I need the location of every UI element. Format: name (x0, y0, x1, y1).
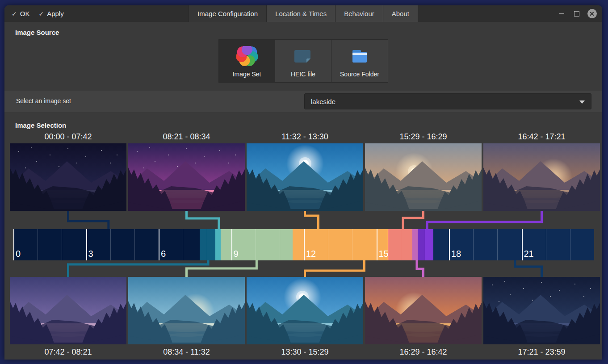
timeline-tick-21: 21 (524, 249, 534, 259)
minimize-icon (559, 13, 564, 14)
image-set-row: Select an image set lakeside (4, 91, 602, 112)
tab-about[interactable]: About (383, 5, 418, 22)
wallpaper-thumbnail-top-1[interactable] (10, 143, 126, 211)
tab-location-times[interactable]: Location & Times (267, 5, 335, 22)
source-option-label: Source Folder (340, 71, 379, 78)
titlebar-actions: ✓ OK ✓ Apply (11, 8, 65, 19)
ok-button-label: OK (20, 10, 30, 17)
color-wheel-icon (236, 46, 258, 68)
timeline-tick-6: 6 (161, 249, 166, 259)
timeline-hour-line (497, 229, 498, 260)
connector-top-1 (68, 211, 109, 229)
timeline-major-hour-line (13, 229, 14, 260)
top-time-labels: 00:00 - 07:4208:21 - 08:3411:32 - 13:301… (10, 132, 600, 142)
timeline-hour-line (280, 229, 280, 260)
timeline-tick-0: 0 (16, 249, 21, 259)
timeline-hour-line (328, 229, 328, 260)
tab-behaviour[interactable]: Behaviour (335, 5, 383, 22)
folder-icon (349, 46, 370, 68)
timeline-hour-line (110, 229, 111, 260)
maximize-icon (574, 11, 579, 17)
wallpaper-thumbnail-top-4[interactable] (365, 143, 482, 211)
timeline-hour-line (62, 229, 62, 260)
timeline-hour-line (256, 229, 256, 260)
timeline[interactable]: 036912151821 (13, 229, 594, 260)
image-set-dropdown[interactable]: lakeside (304, 93, 591, 109)
connector-bottom-2 (187, 260, 257, 277)
time-range-label-bottom-4: 16:29 - 16:42 (365, 347, 482, 357)
timeline-tick-12: 12 (306, 249, 316, 259)
wallpaper-thumbnail-top-3[interactable] (247, 143, 363, 211)
connector-top-4 (403, 211, 423, 229)
timeline-hour-line (134, 229, 135, 260)
image-source-options: Image Set HEIC file Source Folder (218, 39, 388, 83)
timeline-segment-00:00-07:42 (13, 229, 200, 260)
chevron-down-icon (579, 100, 585, 104)
wallpaper-thumbnail-bottom-1[interactable] (10, 277, 126, 344)
connector-top-3 (305, 211, 319, 229)
timeline-major-hour-line (159, 229, 159, 260)
time-range-label-top-2: 08:21 - 08:34 (128, 132, 245, 142)
wallpaper-thumbnail-bottom-3[interactable] (247, 277, 363, 344)
timeline-hour-line (425, 229, 425, 260)
maximize-button[interactable] (571, 8, 583, 20)
wallpaper-thumbnail-bottom-4[interactable] (365, 277, 482, 344)
time-range-label-top-3: 11:32 - 13:30 (247, 132, 363, 142)
tab-bar: Image ConfigurationLocation & TimesBehav… (189, 5, 418, 22)
time-range-label-bottom-5: 17:21 - 23:59 (483, 347, 600, 357)
timeline-hour-line (38, 229, 38, 260)
source-option-heic-file[interactable]: HEIC file (275, 40, 331, 82)
timeline-hour-line (546, 229, 546, 260)
titlebar: ✓ OK ✓ Apply Image ConfigurationLocation… (4, 5, 602, 22)
timeline-hour-line (207, 229, 207, 260)
timeline-tick-3: 3 (88, 249, 93, 259)
wallpaper-thumbnail-top-2[interactable] (128, 143, 245, 211)
timeline-hour-line (401, 229, 401, 260)
top-thumbnail-row (10, 143, 600, 211)
timeline-segment-15:29-16:29 (388, 229, 412, 260)
timeline-major-hour-line (231, 229, 232, 260)
wallpaper-thumbnail-bottom-5[interactable] (483, 277, 600, 344)
timeline-major-hour-line (449, 229, 450, 260)
image-source-heading: Image Source (15, 29, 59, 36)
wallpaper-thumbnail-bottom-2[interactable] (128, 277, 245, 344)
timeline-hour-line (570, 229, 570, 260)
source-option-label: Image Set (233, 71, 261, 78)
timeline-segment-07:42-08:21 (200, 229, 215, 260)
ok-button[interactable]: ✓ OK (11, 8, 30, 19)
time-range-label-bottom-1: 07:42 - 08:21 (10, 347, 126, 357)
connector-top-5 (427, 211, 541, 229)
image-set-label: Select an image set (16, 97, 71, 105)
source-option-label: HEIC file (291, 71, 315, 78)
apply-button-label: Apply (47, 10, 64, 17)
connector-bottom-4 (417, 260, 424, 277)
tab-image-configuration[interactable]: Image Configuration (189, 5, 267, 22)
timeline-major-hour-line (304, 229, 305, 260)
timeline-hour-line (352, 229, 352, 260)
connector-bottom-3 (305, 260, 365, 277)
bottom-time-labels: 07:42 - 08:2108:34 - 11:3213:30 - 15:291… (10, 347, 600, 357)
window-controls (556, 5, 598, 22)
connector-top-2 (187, 211, 219, 229)
close-button[interactable] (586, 8, 598, 20)
time-range-label-bottom-3: 13:30 - 15:29 (247, 347, 363, 357)
app-window: ✓ OK ✓ Apply Image ConfigurationLocation… (4, 5, 602, 360)
timeline-segment-16:42-17:00 (418, 229, 425, 260)
timeline-hour-line (183, 229, 183, 260)
timeline-tick-9: 9 (234, 249, 239, 259)
source-option-image-set[interactable]: Image Set (219, 40, 275, 82)
apply-button[interactable]: ✓ Apply (38, 8, 64, 19)
time-range-label-top-4: 15:29 - 16:29 (365, 132, 482, 142)
timeline-major-hour-line (86, 229, 87, 260)
minimize-button[interactable] (556, 8, 567, 20)
connector-bottom-1 (68, 260, 209, 277)
timeline-tick-18: 18 (451, 249, 461, 259)
wallpaper-thumbnail-top-5[interactable] (483, 143, 600, 211)
image-selection-heading: Image Selection (15, 121, 66, 129)
timeline-major-hour-line (522, 229, 523, 260)
heic-file-icon (293, 46, 314, 68)
timeline-major-hour-line (377, 229, 377, 260)
source-option-source-folder[interactable]: Source Folder (331, 40, 388, 82)
timeline-hour-line (473, 229, 474, 260)
time-range-label-bottom-2: 08:34 - 11:32 (128, 347, 245, 357)
